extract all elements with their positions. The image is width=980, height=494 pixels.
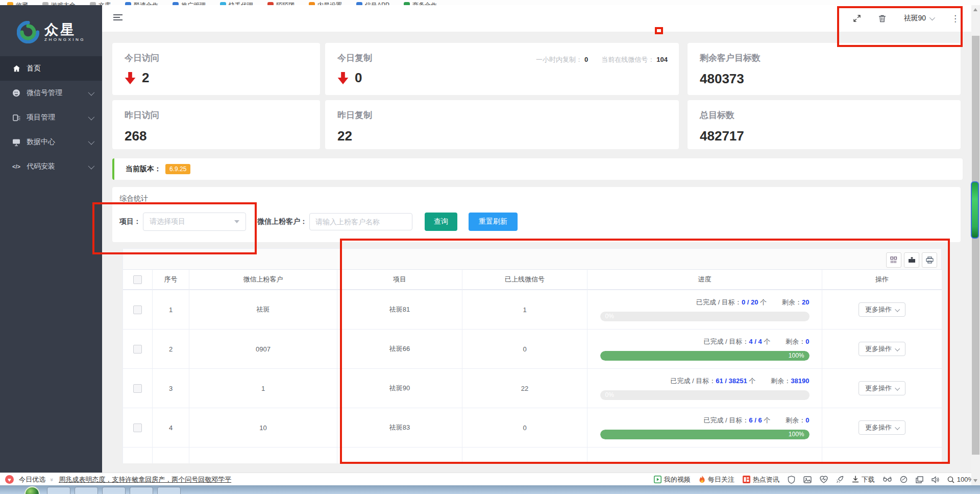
news-icon: [743, 476, 750, 483]
health-icon[interactable]: [820, 476, 828, 483]
row-checkbox[interactable]: [133, 384, 142, 393]
glasses-icon[interactable]: [883, 477, 892, 482]
col-header-seq: 序号: [153, 269, 189, 290]
more-actions-button[interactable]: 更多操作: [859, 381, 905, 395]
taskbar-app-button[interactable]: [102, 487, 126, 494]
taskbar-app-button[interactable]: [75, 487, 98, 494]
col-header-project: 项目: [337, 269, 462, 290]
progress-label: 已完成 / 目标：4 / 4 个剩余：0: [600, 337, 810, 346]
stat-value: 22: [325, 121, 679, 144]
scrollbar-thumb[interactable]: [972, 36, 979, 455]
swirl-icon[interactable]: [900, 476, 908, 483]
brand-subtitle: ZHONGXING: [44, 37, 85, 42]
data-center-icon: [12, 138, 20, 146]
sidebar-item-data-center[interactable]: 数据中心: [0, 130, 102, 154]
taskbar-app-button[interactable]: [130, 487, 153, 494]
copy-extra-stats: 一小时内复制：0当前在线微信号：104: [536, 55, 668, 64]
stat-value: 2: [142, 70, 149, 86]
fullscreen-icon[interactable]: [853, 14, 861, 22]
more-menu-icon[interactable]: ⋮: [951, 13, 960, 24]
cell-customer: 1: [189, 368, 337, 408]
stat-value: 0: [355, 70, 362, 86]
chevron-down-icon: [895, 425, 900, 430]
sidebar-item-home[interactable]: 首页: [0, 56, 102, 81]
magnifier-icon: [947, 476, 954, 483]
chevron-toggle-icon[interactable]: »: [49, 478, 55, 481]
stat-title: 总目标数: [688, 100, 961, 121]
more-actions-button[interactable]: 更多操作: [859, 420, 905, 435]
stat-title: 剩余客户目标数: [688, 43, 961, 64]
select-all-checkbox[interactable]: [133, 275, 142, 284]
col-header-customer: 微信上粉客户: [189, 269, 337, 290]
cell-progress: 已完成 / 目标：6 / 6 个剩余：0 100%: [587, 408, 822, 447]
progress-bar: 0%: [600, 312, 810, 321]
sidebar-item-wechat-manage[interactable]: 微信号管理: [0, 81, 102, 105]
cell-customer: 0907: [189, 329, 337, 368]
status-bar: ♥ 今日优选 » 周兆成表明态度，支持许敏拿回房产，两个问号回敬邓学平 我的视频…: [0, 473, 980, 486]
table-toolbar: [122, 248, 942, 269]
export-button[interactable]: [904, 252, 919, 268]
customer-search-input[interactable]: [309, 213, 412, 230]
start-button[interactable]: [24, 486, 40, 494]
daily-follow-item[interactable]: 每日关注: [699, 475, 734, 484]
user-dropdown[interactable]: 祛斑90: [903, 14, 934, 23]
hot-news-item[interactable]: 热点资讯: [743, 475, 779, 484]
zoom-control[interactable]: 100%: [947, 476, 974, 483]
stat-title: 昨日访问: [112, 100, 320, 121]
cell-online: 22: [462, 368, 587, 408]
download-icon: [852, 476, 859, 483]
shield-icon[interactable]: [788, 476, 795, 484]
reset-refresh-button[interactable]: 重置刷新: [469, 213, 518, 231]
row-checkbox[interactable]: [133, 424, 142, 432]
browser-scrollbar[interactable]: [971, 5, 980, 485]
taskbar-app-button[interactable]: [47, 487, 70, 494]
chevron-down-icon: [929, 15, 935, 20]
row-checkbox[interactable]: [133, 305, 142, 314]
column-settings-icon: [890, 256, 897, 264]
download-item[interactable]: 下载: [852, 475, 875, 484]
cell-progress: 已完成 / 目标：0 / 20 个剩余：20 0%: [587, 290, 822, 329]
row-checkbox[interactable]: [133, 345, 142, 354]
speaker-icon[interactable]: [932, 476, 939, 483]
scroll-up-arrow[interactable]: [973, 8, 977, 11]
window-icon[interactable]: [916, 476, 923, 483]
stat-value: 482717: [688, 121, 961, 144]
cell-seq: 1: [153, 290, 189, 329]
project-filter-label: 项目：: [119, 217, 141, 226]
sidebar-item-project-manage[interactable]: 项目管理: [0, 105, 102, 130]
sidebar-item-label: 项目管理: [27, 113, 55, 122]
news-headline-link[interactable]: 周兆成表明态度，支持许敏拿回房产，两个问号回敬邓学平: [59, 475, 231, 484]
print-icon: [926, 256, 934, 264]
windows-taskbar[interactable]: [0, 485, 980, 494]
project-select-placeholder: 请选择项目: [150, 217, 185, 226]
stat-title: 昨日复制: [325, 100, 679, 121]
statistics-table: 序号 微信上粉客户 项目 已上线微信号 进度 操作 1 祛斑 祛斑81 1 已完…: [122, 269, 942, 463]
brand-logo: 众星 ZHONGXING: [0, 14, 102, 50]
version-banner: 当前版本： 6.9.25: [112, 158, 963, 180]
home-icon: [12, 64, 20, 73]
sidebar-item-label: 数据中心: [27, 137, 55, 147]
sidebar-item-code-install[interactable]: </> 代码安装: [0, 154, 102, 179]
rocket-icon[interactable]: [836, 476, 844, 483]
more-actions-button[interactable]: 更多操作: [859, 302, 905, 317]
project-select[interactable]: 请选择项目: [143, 213, 246, 231]
my-video-item[interactable]: 我的视频: [654, 475, 691, 484]
chevron-down-icon: [88, 138, 95, 145]
chevron-down-icon: [895, 307, 900, 312]
query-button[interactable]: 查询: [425, 213, 457, 231]
online-label: 当前在线微信号：: [601, 56, 654, 63]
more-actions-button[interactable]: 更多操作: [859, 342, 905, 356]
chevron-down-icon: [88, 113, 95, 120]
sidebar-collapse-button[interactable]: [113, 14, 122, 21]
print-button[interactable]: [922, 252, 937, 268]
taskbar-app-button[interactable]: [157, 487, 181, 494]
screenshot-icon[interactable]: [803, 476, 812, 483]
table-header-row: 序号 微信上粉客户 项目 已上线微信号 进度 操作: [123, 269, 942, 290]
progress-bar: 100%: [600, 351, 810, 361]
trash-icon[interactable]: [878, 14, 886, 22]
cell-customer: 10: [189, 408, 337, 447]
column-settings-button[interactable]: [886, 252, 901, 268]
brand-logo-icon: [17, 21, 39, 43]
table-row: 3 1 祛斑90 22 已完成 / 目标：61 / 38251 个剩余：3819…: [123, 368, 942, 408]
scroll-down-arrow[interactable]: [973, 479, 977, 482]
